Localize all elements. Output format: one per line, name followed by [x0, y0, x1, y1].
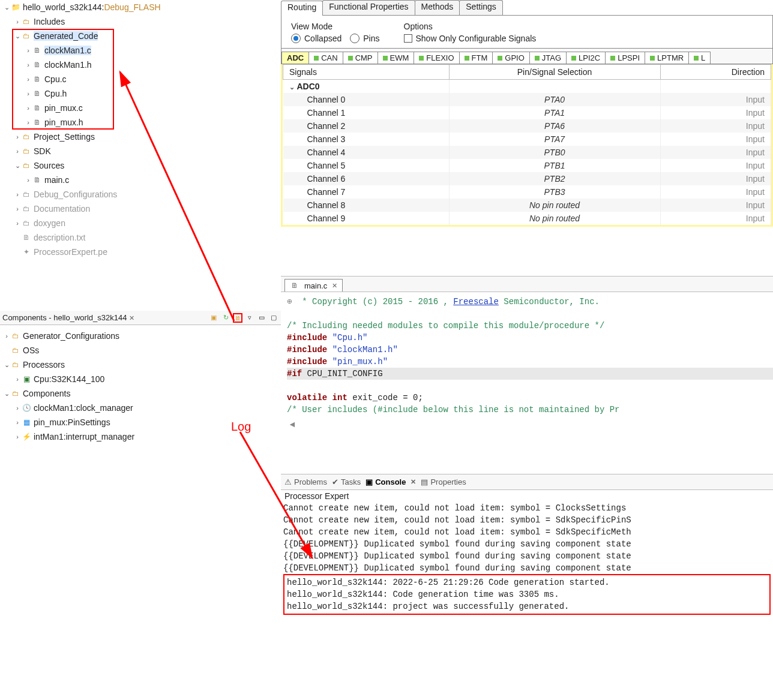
tree-project-settings[interactable]: › 🗀 Project_Settings	[0, 130, 281, 144]
view-menu-icon[interactable]: ▿	[245, 313, 254, 323]
tree-file[interactable]: ›🗎Cpu.h	[0, 86, 281, 101]
direction-cell[interactable]: Input	[660, 159, 771, 172]
tree-file[interactable]: ›🗎Cpu.c	[0, 72, 281, 86]
comp-oss[interactable]: 🗀 OSs	[0, 343, 281, 357]
periph-tab-jtag[interactable]: JTAG	[529, 52, 567, 64]
table-row[interactable]: Channel 1PTA1Input	[283, 106, 771, 119]
tree-includes[interactable]: › 🗀 Includes	[0, 14, 281, 29]
pin-cell[interactable]: PTA0	[449, 93, 660, 106]
pin-cell[interactable]: PTA6	[449, 119, 660, 133]
direction-cell[interactable]: Input	[660, 185, 771, 199]
chevron-down-icon[interactable]: ⌄	[2, 390, 11, 398]
comp-processors[interactable]: ⌄ 🗀 Processors	[0, 357, 281, 372]
refresh-icon[interactable]: ↻	[221, 313, 230, 323]
pin-cell[interactable]: PTA1	[449, 106, 660, 119]
close-icon[interactable]: ✕	[332, 282, 337, 290]
chevron-down-icon[interactable]: ⌄	[13, 162, 22, 170]
project-root[interactable]: ⌄ 📁 hello_world_s32k144: Debug_FLASH	[0, 0, 281, 14]
tree-generated-code[interactable]: ⌄ 🗀 Generated_Code	[0, 29, 281, 43]
chevron-right-icon[interactable]: ›	[13, 205, 22, 212]
tree-file[interactable]: ›🗎pin_mux.h	[0, 115, 281, 130]
tab-functional-properties[interactable]: Functional Properties	[322, 0, 415, 15]
table-row[interactable]: Channel 7PTB3Input	[283, 185, 771, 199]
pin-cell[interactable]: PTB3	[449, 185, 660, 199]
direction-cell[interactable]: Input	[660, 93, 771, 106]
direction-cell[interactable]: Input	[660, 146, 771, 159]
chevron-down-icon[interactable]: ⌄	[2, 361, 11, 369]
close-icon[interactable]: ✕	[411, 478, 416, 486]
chevron-right-icon[interactable]: ›	[24, 76, 32, 83]
checkbox-show-only[interactable]	[404, 34, 412, 43]
table-row[interactable]: Channel 9No pin routedInput	[283, 212, 771, 225]
component-item[interactable]: ›🕓clockMan1:clock_manager	[0, 401, 281, 415]
maximize-icon[interactable]: ▢	[269, 313, 278, 323]
direction-cell[interactable]: Input	[660, 119, 771, 133]
periph-tab-ftm[interactable]: FTM	[459, 52, 493, 64]
chevron-right-icon[interactable]: ›	[24, 47, 32, 54]
console-body[interactable]: Cannot create new item, could not load i…	[281, 502, 773, 615]
console-tab-properties[interactable]: ▤Properties	[421, 477, 466, 486]
column-header[interactable]: Signals	[283, 65, 450, 80]
tree-main-c[interactable]: › 🗎 main.c	[0, 173, 281, 187]
table-row[interactable]: Channel 8No pin routedInput	[283, 199, 771, 212]
console-tab-tasks[interactable]: ✔Tasks	[332, 477, 361, 486]
radio-collapsed[interactable]	[291, 34, 301, 43]
direction-cell[interactable]: Input	[660, 172, 771, 185]
table-row[interactable]: Channel 2PTA6Input	[283, 119, 771, 133]
table-row[interactable]: Channel 3PTA7Input	[283, 133, 771, 146]
pin-cell[interactable]: PTB2	[449, 172, 660, 185]
tab-routing[interactable]: Routing	[281, 1, 323, 16]
periph-tab-ewm[interactable]: EWM	[377, 52, 415, 64]
chevron-right-icon[interactable]: ›	[24, 90, 32, 97]
column-header[interactable]: Pin/Signal Selection	[449, 65, 660, 80]
comp-cpu[interactable]: › ▣ Cpu:S32K144_100	[0, 372, 281, 386]
pin-cell[interactable]: PTB1	[449, 159, 660, 172]
chevron-right-icon[interactable]: ›	[13, 220, 22, 227]
generate-code-icon[interactable]: 🗎	[233, 313, 242, 323]
editor-body[interactable]: ⊕ * Copyright (c) 2015 - 2016 , Freescal…	[281, 292, 773, 419]
tab-settings[interactable]: Settings	[459, 0, 503, 15]
tree-sources[interactable]: ⌄ 🗀 Sources	[0, 158, 281, 173]
table-row[interactable]: Channel 0PTA0Input	[283, 93, 771, 106]
tree-description[interactable]: 🗎 description.txt	[0, 230, 281, 245]
console-tab-problems[interactable]: ⚠Problems	[284, 477, 327, 486]
filter-icon[interactable]: ▣	[209, 313, 218, 323]
tree-doxygen[interactable]: › 🗀 doxygen	[0, 216, 281, 230]
chevron-right-icon[interactable]: ›	[13, 148, 22, 155]
periph-tab-cmp[interactable]: CMP	[343, 52, 378, 64]
tree-file[interactable]: ›🗎clockMan1.h	[0, 58, 281, 72]
chevron-down-icon[interactable]: ⌄	[289, 83, 295, 91]
direction-cell[interactable]: Input	[660, 133, 771, 146]
periph-tab-can[interactable]: CAN	[308, 52, 343, 64]
direction-cell[interactable]: Input	[660, 106, 771, 119]
chevron-right-icon[interactable]: ›	[24, 61, 32, 68]
table-row[interactable]: Channel 4PTB0Input	[283, 146, 771, 159]
chevron-right-icon[interactable]: ›	[24, 176, 32, 184]
console-tab-console[interactable]: ▣Console ✕	[365, 477, 416, 486]
chevron-right-icon[interactable]: ›	[24, 104, 32, 112]
chevron-right-icon[interactable]: ›	[13, 191, 22, 198]
chevron-right-icon[interactable]: ›	[13, 404, 22, 411]
table-row[interactable]: Channel 6PTB2Input	[283, 172, 771, 185]
chevron-down-icon[interactable]: ⌄	[2, 4, 11, 11]
pin-cell[interactable]: No pin routed	[449, 199, 660, 212]
periph-tab-gpio[interactable]: GPIO	[492, 52, 530, 64]
tree-file[interactable]: ›🗎pin_mux.c	[0, 101, 281, 115]
periph-tab-l[interactable]: L	[688, 52, 711, 64]
editor-tab-main[interactable]: 🗎 main.c ✕	[284, 279, 343, 292]
periph-tab-lpi2c[interactable]: LPI2C	[566, 52, 606, 64]
scroll-left-icon[interactable]: ◄	[281, 419, 773, 429]
signal-group[interactable]: ⌄ADC0	[283, 80, 450, 94]
chevron-right-icon[interactable]: ›	[2, 332, 11, 340]
direction-cell[interactable]: Input	[660, 199, 771, 212]
chevron-right-icon[interactable]: ›	[13, 419, 22, 426]
periph-tab-adc[interactable]: ADC	[281, 52, 309, 64]
pin-cell[interactable]: No pin routed	[449, 212, 660, 225]
direction-cell[interactable]: Input	[660, 212, 771, 225]
chevron-right-icon[interactable]: ›	[13, 375, 22, 383]
chevron-right-icon[interactable]: ›	[24, 119, 32, 126]
comp-components[interactable]: ⌄ 🗀 Components	[0, 386, 281, 401]
pin-cell[interactable]: PTA7	[449, 133, 660, 146]
chevron-right-icon[interactable]: ›	[13, 133, 22, 140]
tree-debug-cfg[interactable]: › 🗀 Debug_Configurations	[0, 187, 281, 202]
